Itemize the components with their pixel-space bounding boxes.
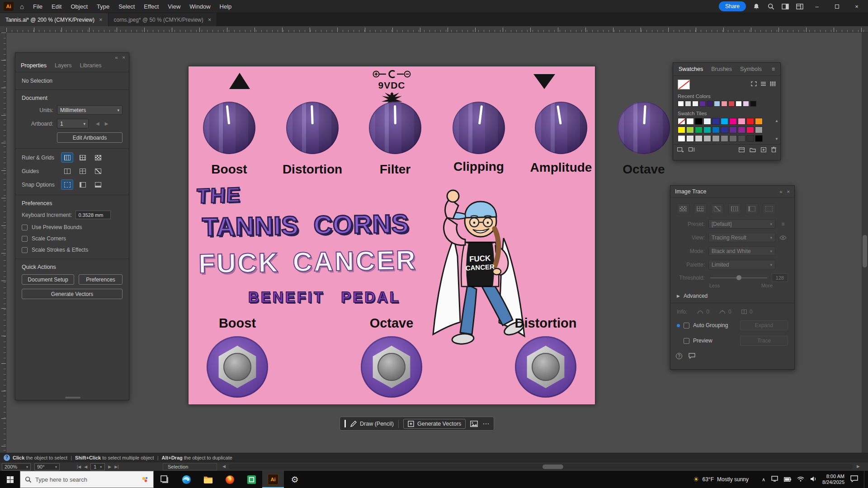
- info-icon[interactable]: ?: [676, 353, 682, 359]
- workspace-switcher-icon[interactable]: [796, 3, 804, 10]
- color-swatch[interactable]: [721, 101, 727, 107]
- color-swatch[interactable]: [738, 127, 745, 133]
- zoom-level-dropdown[interactable]: 200% ▾: [2, 463, 31, 470]
- tab-brushes[interactable]: Brushes: [711, 66, 732, 72]
- close-button[interactable]: ×: [850, 3, 863, 10]
- preferences-button[interactable]: Preferences: [79, 274, 123, 285]
- firefox-taskbar-icon[interactable]: [219, 471, 241, 488]
- swatch-options-icon[interactable]: [739, 147, 745, 154]
- edge-taskbar-icon[interactable]: [175, 471, 197, 488]
- tab-close-icon[interactable]: ×: [99, 16, 103, 23]
- use-preview-bounds-checkbox[interactable]: [22, 225, 28, 230]
- tray-wifi-icon[interactable]: [797, 475, 804, 483]
- show-guides-icon[interactable]: [61, 166, 73, 176]
- color-swatch[interactable]: [755, 118, 763, 125]
- color-swatch[interactable]: [729, 127, 737, 133]
- edit-artboards-button[interactable]: Edit Artboards: [57, 132, 123, 143]
- color-swatch[interactable]: [695, 118, 703, 125]
- artboard[interactable]: 9VDC Boost Distortion Filter Clipping Am…: [188, 66, 595, 405]
- canvas-vertical-scrollbar[interactable]: [862, 33, 868, 453]
- color-swatch[interactable]: [721, 127, 728, 133]
- units-dropdown[interactable]: Millimeters ▾: [57, 105, 123, 115]
- color-swatch[interactable]: [678, 135, 685, 142]
- color-swatch[interactable]: [712, 135, 720, 142]
- show-transparency-grid-icon[interactable]: [92, 153, 104, 162]
- color-swatch[interactable]: [755, 135, 763, 142]
- color-swatch[interactable]: [703, 135, 711, 142]
- menu-file[interactable]: File: [28, 0, 47, 13]
- color-swatch[interactable]: [707, 101, 713, 107]
- menu-help[interactable]: Help: [215, 0, 236, 13]
- palette-dropdown[interactable]: Limited ▾: [708, 260, 775, 269]
- snap-to-grid-icon[interactable]: [61, 180, 73, 189]
- collapse-panel-icon[interactable]: «: [115, 55, 118, 60]
- last-artboard-icon[interactable]: ▶|: [114, 465, 118, 469]
- green-app-taskbar-icon[interactable]: [241, 471, 262, 488]
- image-options-icon[interactable]: [470, 421, 478, 427]
- feedback-icon[interactable]: [689, 353, 695, 360]
- drag-handle[interactable]: [344, 420, 346, 427]
- fill-none-swatch[interactable]: [678, 80, 690, 89]
- color-swatch[interactable]: [686, 135, 694, 142]
- tab-symbols[interactable]: Symbols: [740, 66, 762, 72]
- close-panel-icon[interactable]: ×: [787, 189, 790, 194]
- collapse-panel-icon[interactable]: «: [779, 189, 782, 194]
- color-swatch[interactable]: [755, 127, 763, 133]
- scroll-right-icon[interactable]: ▶: [857, 464, 860, 469]
- grid-view-icon[interactable]: [770, 81, 776, 88]
- menu-edit[interactable]: Edit: [47, 0, 66, 13]
- color-swatch[interactable]: [692, 101, 698, 107]
- preset-auto-color-icon[interactable]: [677, 203, 689, 214]
- preview-checkbox[interactable]: [684, 338, 689, 344]
- tray-overflow-icon[interactable]: ∧: [762, 477, 765, 483]
- color-swatch[interactable]: [699, 101, 706, 107]
- scale-strokes-effects-checkbox[interactable]: [22, 247, 28, 253]
- help-icon[interactable]: ?: [4, 455, 10, 461]
- search-input[interactable]: [35, 476, 138, 483]
- menu-effect[interactable]: Effect: [139, 0, 163, 13]
- new-swatch-icon[interactable]: [761, 147, 766, 154]
- home-icon[interactable]: ⌂: [20, 3, 24, 10]
- color-swatch[interactable]: [685, 101, 691, 107]
- taskbar-clock[interactable]: 8:00 AM 8/24/2025: [822, 474, 844, 485]
- tray-volume-icon[interactable]: [810, 475, 816, 483]
- preset-dropdown[interactable]: [Default] ▾: [708, 219, 775, 229]
- color-swatch[interactable]: [678, 101, 684, 107]
- color-swatch[interactable]: [721, 118, 728, 125]
- menu-window[interactable]: Window: [185, 0, 215, 13]
- bell-icon[interactable]: [752, 3, 760, 10]
- fit-view-icon[interactable]: [751, 81, 757, 88]
- lock-guides-icon[interactable]: [77, 166, 88, 176]
- color-swatch[interactable]: [686, 118, 694, 125]
- slider-thumb[interactable]: [736, 275, 741, 280]
- advanced-expand-icon[interactable]: ▶: [677, 294, 680, 298]
- color-swatch[interactable]: [695, 127, 703, 133]
- menu-type[interactable]: Type: [92, 0, 114, 13]
- tab-close-icon[interactable]: ×: [208, 16, 212, 23]
- color-swatch[interactable]: [746, 118, 754, 125]
- preset-outline-icon[interactable]: [763, 203, 775, 214]
- color-swatch[interactable]: [714, 101, 720, 107]
- taskbar-search-box[interactable]: [20, 471, 154, 488]
- color-swatch[interactable]: [729, 135, 737, 142]
- swatch-kinds-icon[interactable]: [689, 147, 695, 154]
- color-swatch[interactable]: [743, 101, 749, 107]
- scroll-down-icon[interactable]: ▼: [775, 137, 778, 141]
- tab-libraries[interactable]: Libraries: [80, 62, 102, 69]
- color-swatch[interactable]: [728, 101, 735, 107]
- scale-corners-checkbox[interactable]: [22, 236, 28, 242]
- list-view-icon[interactable]: [760, 81, 766, 88]
- tab-corns[interactable]: corns.jpeg* @ 50 % (CMYK/Preview) ×: [108, 13, 217, 26]
- share-button[interactable]: Share: [719, 1, 746, 11]
- scroll-left-icon[interactable]: ◀: [222, 464, 226, 469]
- more-options-icon[interactable]: ⋯: [482, 420, 489, 428]
- advanced-label[interactable]: Advanced: [684, 293, 708, 299]
- artboard-number-dropdown[interactable]: 1 ▾: [90, 463, 105, 470]
- color-swatch[interactable]: [703, 127, 711, 133]
- file-explorer-taskbar-icon[interactable]: [197, 471, 219, 488]
- expand-button[interactable]: Expand: [740, 320, 788, 330]
- threshold-value[interactable]: 128: [772, 273, 788, 282]
- keyboard-increment-input[interactable]: [75, 211, 111, 219]
- start-button[interactable]: [0, 471, 20, 488]
- color-swatch[interactable]: [712, 118, 720, 125]
